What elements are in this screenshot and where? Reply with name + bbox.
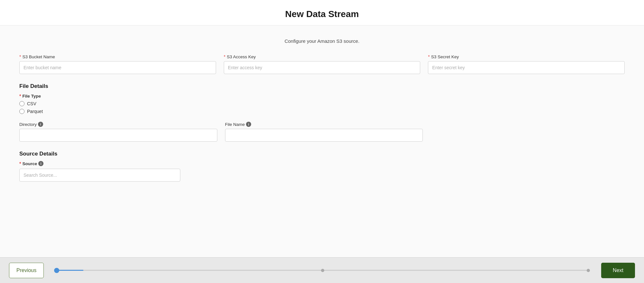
directory-group: Directory i [19, 122, 217, 142]
s3-secret-key-group: * S3 Secret Key [428, 54, 625, 74]
required-star-bucket: * [19, 54, 21, 59]
s3-bucket-label: * S3 Bucket Name [19, 54, 216, 59]
radio-csv[interactable]: CSV [19, 101, 625, 106]
file-details-title: File Details [19, 83, 625, 90]
source-search-input[interactable] [19, 169, 180, 182]
s3-bucket-group: * S3 Bucket Name [19, 54, 216, 74]
file-type-radio-group: CSV Parquet [19, 101, 625, 114]
progress-dot-3 [587, 269, 590, 272]
s3-access-key-label: * S3 Access Key [224, 54, 421, 59]
previous-button[interactable]: Previous [9, 263, 44, 278]
radio-input-parquet[interactable] [19, 109, 24, 114]
file-type-label: * File Type [19, 93, 625, 99]
page-subtitle: Configure your Amazon S3 source. [19, 38, 625, 44]
progress-dot-2 [321, 269, 324, 272]
filename-group: File Name i [225, 122, 423, 142]
directory-label: Directory i [19, 122, 217, 127]
main-content: Configure your Amazon S3 source. * S3 Bu… [0, 25, 644, 257]
filename-input[interactable] [225, 129, 423, 142]
required-star-file-type: * [19, 93, 21, 99]
progress-track [57, 270, 588, 271]
filename-label: File Name i [225, 122, 423, 127]
directory-input[interactable] [19, 129, 217, 142]
filename-info-icon: i [246, 122, 251, 127]
s3-access-key-input[interactable] [224, 61, 421, 74]
source-details-section: Source Details * Source i [19, 151, 625, 182]
page-title: New Data Stream [0, 9, 644, 19]
source-search-wrapper [19, 169, 180, 182]
radio-label-parquet: Parquet [27, 109, 43, 114]
source-info-icon: i [38, 161, 43, 166]
file-details-section: File Details * File Type CSV Parquet [19, 83, 625, 142]
page-header: New Data Stream [0, 0, 644, 25]
s3-secret-key-label: * S3 Secret Key [428, 54, 625, 59]
radio-label-csv: CSV [27, 101, 36, 106]
directory-filename-row: Directory i File Name i [19, 122, 625, 142]
required-star-access: * [224, 54, 225, 59]
required-star-source: * [19, 161, 21, 166]
radio-parquet[interactable]: Parquet [19, 109, 625, 114]
source-details-title: Source Details [19, 151, 625, 157]
next-button[interactable]: Next [601, 263, 635, 278]
source-label: * Source i [19, 161, 625, 166]
s3-access-key-group: * S3 Access Key [224, 54, 421, 74]
required-star-secret: * [428, 54, 430, 59]
s3-secret-key-input[interactable] [428, 61, 625, 74]
page-wrapper: New Data Stream Configure your Amazon S3… [0, 0, 644, 283]
s3-bucket-input[interactable] [19, 61, 216, 74]
radio-input-csv[interactable] [19, 101, 24, 106]
page-footer: Previous Next [0, 257, 644, 283]
progress-fill [57, 270, 83, 271]
progress-bar-container [44, 270, 601, 271]
progress-dot-1 [54, 268, 59, 273]
directory-info-icon: i [38, 122, 43, 127]
s3-credentials-row: * S3 Bucket Name * S3 Access Key * S3 Se… [19, 54, 625, 74]
